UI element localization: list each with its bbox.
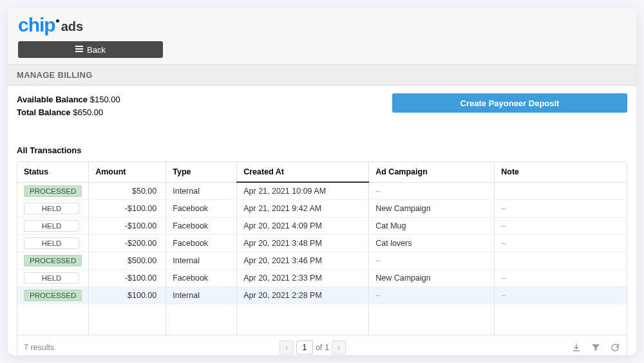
cell-note: – — [495, 286, 627, 304]
logo-ads-text: ads — [61, 19, 83, 34]
list-icon — [75, 45, 83, 55]
panel-body: Available Balance $150.00 Total Balance … — [8, 86, 636, 355]
cell-type: Facebook — [166, 269, 237, 286]
cell-campaign: – — [369, 252, 495, 269]
cell-status: HELD — [17, 234, 89, 252]
cell-status: HELD — [17, 217, 89, 234]
cell-campaign: – — [369, 286, 495, 304]
pager-page-input[interactable] — [296, 340, 313, 355]
svg-rect-2 — [75, 51, 83, 52]
cell-note: – — [495, 217, 627, 234]
cell-note: – — [495, 269, 627, 286]
cell-campaign: Cat lovers — [369, 234, 495, 252]
col-note[interactable]: Note — [495, 162, 627, 182]
pager-prev-button[interactable]: ‹ — [279, 340, 294, 355]
available-balance-label: Available Balance — [17, 95, 88, 104]
svg-rect-1 — [75, 48, 83, 50]
total-balance-label: Total Balance — [17, 107, 71, 117]
col-type[interactable]: Type — [166, 162, 237, 182]
create-deposit-button[interactable]: Create Payoneer Deposit — [392, 93, 627, 113]
panel-title: MANAGE BILLING — [8, 64, 636, 86]
status-badge: HELD — [24, 203, 79, 214]
cell-type: Internal — [166, 182, 237, 200]
table-row[interactable]: PROCESSED$50.00InternalApr 21, 2021 10:0… — [17, 182, 627, 200]
pager-next-button[interactable]: › — [332, 340, 346, 355]
table-row[interactable]: HELD-$100.00FacebookApr 20, 2021 2:33 PM… — [17, 269, 627, 286]
cell-note — [495, 182, 627, 200]
cell-status: PROCESSED — [17, 286, 89, 304]
status-badge: HELD — [24, 237, 79, 249]
table-row[interactable]: HELD-$100.00FacebookApr 20, 2021 4:09 PM… — [17, 217, 627, 234]
cell-note: – — [495, 200, 627, 217]
pager: ‹ of 1 › — [279, 340, 346, 355]
table-row[interactable]: PROCESSED$500.00InternalApr 20, 2021 3:4… — [17, 252, 627, 269]
available-balance-value: $150.00 — [90, 95, 120, 104]
logo-chip-text: chip — [18, 14, 55, 36]
table-row[interactable]: HELD-$100.00FacebookApr 21, 2021 9:42 AM… — [17, 200, 627, 217]
cell-campaign: New Campaign — [369, 200, 495, 217]
cell-amount: $100.00 — [89, 286, 166, 304]
col-created[interactable]: Created At — [237, 162, 369, 182]
pager-total-pages: 1 — [325, 343, 329, 352]
cell-created: Apr 20, 2021 3:48 PM — [237, 234, 369, 252]
status-badge: PROCESSED — [24, 255, 82, 266]
logo: chip ads — [18, 14, 626, 36]
results-count: 7 results — [24, 343, 54, 352]
status-badge: PROCESSED — [24, 185, 82, 197]
pager-of-label: of — [316, 343, 322, 352]
app-card: chip ads Back MANAGE BILLING Available B… — [8, 8, 636, 355]
table-row[interactable]: HELD-$200.00FacebookApr 20, 2021 3:48 PM… — [17, 234, 627, 252]
cell-note — [495, 252, 627, 269]
col-amount[interactable]: Amount — [89, 162, 166, 182]
cell-amount: $500.00 — [89, 252, 166, 269]
cell-note: – — [495, 234, 627, 252]
table-row[interactable]: PROCESSED$100.00InternalApr 20, 2021 2:2… — [17, 286, 627, 304]
cell-amount: -$100.00 — [89, 200, 166, 217]
cell-created: Apr 20, 2021 2:28 PM — [237, 286, 369, 304]
cell-created: Apr 20, 2021 3:46 PM — [237, 252, 369, 269]
status-badge: HELD — [24, 220, 79, 232]
cell-created: Apr 21, 2021 10:09 AM — [237, 182, 369, 200]
chevron-right-icon: › — [337, 343, 340, 352]
table-footer: 7 results ‹ of 1 › — [17, 335, 627, 356]
chevron-left-icon: ‹ — [285, 343, 288, 352]
status-badge: HELD — [24, 272, 79, 284]
transactions-title: All Transactions — [17, 145, 627, 155]
balance-text: Available Balance $150.00 Total Balance … — [17, 93, 120, 118]
back-button-label: Back — [87, 45, 106, 55]
cell-amount: -$100.00 — [89, 217, 166, 234]
cell-created: Apr 21, 2021 9:42 AM — [237, 200, 369, 217]
cell-amount: $50.00 — [89, 182, 166, 200]
balance-row: Available Balance $150.00 Total Balance … — [17, 93, 627, 118]
transactions-table: Status Amount Type Created At Ad Campaig… — [17, 162, 627, 335]
logo-dot-icon — [56, 19, 59, 23]
cell-status: PROCESSED — [17, 252, 89, 269]
top-bar: chip ads Back — [8, 8, 636, 64]
svg-rect-0 — [75, 46, 83, 47]
cell-type: Facebook — [166, 200, 237, 217]
refresh-icon[interactable] — [610, 342, 620, 353]
cell-created: Apr 20, 2021 4:09 PM — [237, 217, 369, 234]
cell-type: Facebook — [166, 234, 237, 252]
table-spacer — [17, 304, 627, 335]
cell-type: Internal — [166, 252, 237, 269]
table-tools — [571, 342, 620, 353]
download-icon[interactable] — [571, 342, 582, 353]
col-status[interactable]: Status — [17, 162, 89, 182]
filter-icon[interactable] — [591, 342, 601, 353]
cell-amount: -$200.00 — [89, 234, 166, 252]
cell-created: Apr 20, 2021 2:33 PM — [237, 269, 369, 286]
cell-status: HELD — [17, 269, 89, 286]
transactions-table-wrap: Status Amount Type Created At Ad Campaig… — [17, 162, 627, 355]
cell-campaign: Cat Mug — [369, 217, 495, 234]
cell-type: Internal — [166, 286, 237, 304]
cell-status: HELD — [17, 200, 89, 217]
status-badge: PROCESSED — [24, 290, 82, 301]
cell-type: Facebook — [166, 217, 237, 234]
cell-campaign: – — [369, 182, 495, 200]
cell-amount: -$100.00 — [89, 269, 166, 286]
cell-campaign: New Campaign — [369, 269, 495, 286]
total-balance-value: $650.00 — [73, 107, 103, 117]
back-button[interactable]: Back — [18, 41, 163, 58]
col-campaign[interactable]: Ad Campaign — [369, 162, 495, 182]
